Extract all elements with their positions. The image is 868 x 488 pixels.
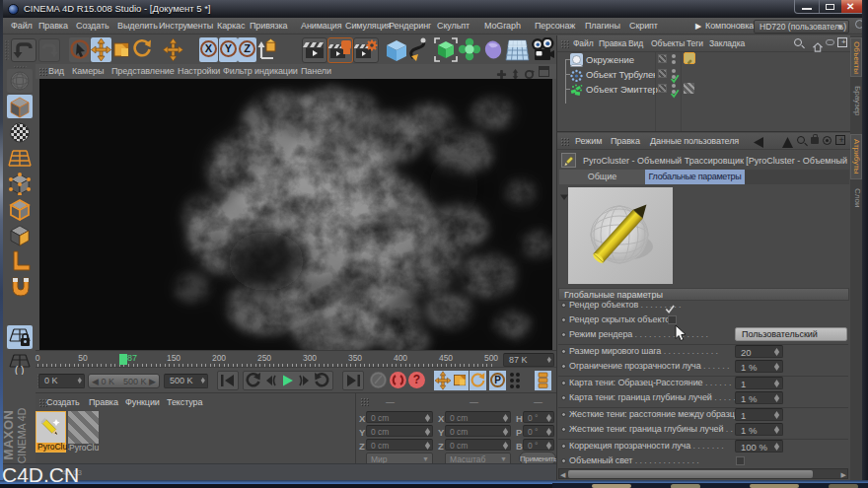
svg-text:( ): ( )	[15, 365, 24, 375]
